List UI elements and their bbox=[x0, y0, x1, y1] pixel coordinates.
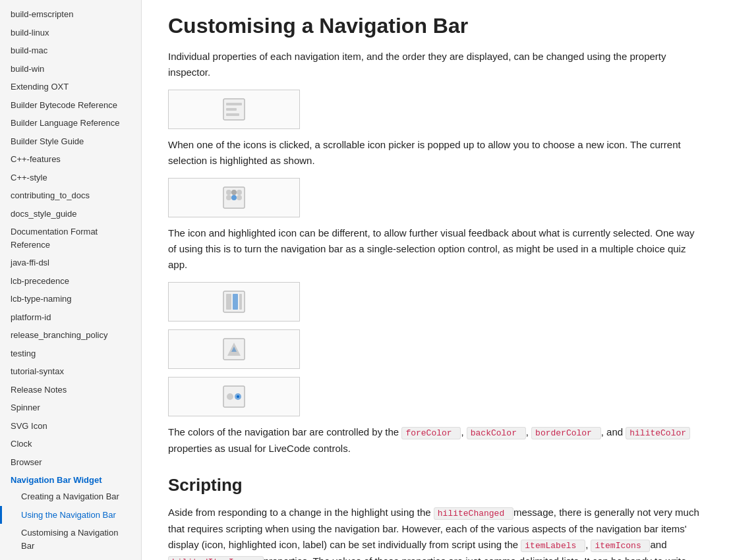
sidebar-item-platform-id[interactable]: platform-id bbox=[0, 308, 141, 327]
svg-rect-16 bbox=[223, 386, 245, 407]
intro-paragraph: Individual properties of each navigation… bbox=[168, 49, 705, 80]
and-text: , and bbox=[601, 426, 626, 437]
sidebar-item-extending-oxt[interactable]: Extending OXT bbox=[0, 78, 141, 96]
sidebar-item-build-linux[interactable]: build-linux bbox=[0, 24, 141, 42]
scripting-text1: Aside from responding to a change in the… bbox=[168, 507, 431, 518]
hilitechanged-code: hiliteChanged bbox=[434, 507, 513, 520]
svg-point-6 bbox=[231, 190, 237, 195]
scripting-title: Scripting bbox=[168, 475, 705, 495]
image-icon-picker bbox=[168, 178, 300, 217]
page-title: Customising a Navigation Bar bbox=[168, 13, 705, 38]
sidebar-section-header-nav-bar[interactable]: Navigation Bar Widget bbox=[0, 471, 141, 488]
bordercolor-code: borderColor bbox=[531, 427, 601, 439]
svg-point-10 bbox=[237, 195, 242, 200]
sidebar-item-builder-bytecode[interactable]: Builder Bytecode Reference bbox=[0, 96, 141, 115]
sidebar-item-cpp-style[interactable]: C++-style bbox=[0, 169, 141, 187]
sidebar-item-doc-format-ref[interactable]: Documentation Format Reference bbox=[0, 223, 141, 254]
sidebar-item-docs-style-guide[interactable]: docs_style_guide bbox=[0, 205, 141, 223]
forecolor-code: foreColor bbox=[401, 427, 461, 439]
sidebar-item-cpp-features[interactable]: C++-features bbox=[0, 150, 141, 169]
sidebar: build-emscripten build-linux build-mac b… bbox=[0, 0, 142, 560]
main-content: Customising a Navigation Bar Individual … bbox=[142, 0, 731, 560]
svg-rect-13 bbox=[233, 294, 238, 310]
svg-rect-1 bbox=[226, 103, 242, 105]
svg-point-8 bbox=[226, 195, 231, 200]
comma2: , bbox=[526, 426, 531, 437]
sidebar-item-testing[interactable]: testing bbox=[0, 345, 141, 363]
para1: When one of the icons is clicked, a scro… bbox=[168, 137, 705, 169]
svg-rect-2 bbox=[226, 108, 237, 111]
backcolor-code: backColor bbox=[467, 427, 526, 439]
itemlabels-code: itemLabels bbox=[521, 540, 585, 552]
image-highlight bbox=[168, 329, 300, 369]
sidebar-item-tutorial-syntax[interactable]: tutorial-syntax bbox=[0, 362, 141, 381]
svg-point-17 bbox=[227, 393, 233, 400]
svg-point-9 bbox=[231, 195, 237, 200]
sidebar-subitem-creating-nav-bar[interactable]: Creating a Navigation Bar bbox=[0, 488, 141, 506]
sidebar-item-release-notes[interactable]: Release Notes bbox=[0, 381, 141, 399]
svg-rect-14 bbox=[239, 294, 242, 310]
image-visual-feedback bbox=[168, 282, 300, 322]
colors-paragraph: The colors of the navigation bar are con… bbox=[168, 424, 705, 457]
itemicons-code: itemIcons bbox=[591, 540, 650, 552]
sidebar-item-build-mac[interactable]: build-mac bbox=[0, 42, 141, 60]
hiliteditemicons-code: hilitedItemIcons bbox=[168, 556, 264, 560]
svg-point-7 bbox=[237, 190, 242, 195]
sidebar-item-lcb-precedence[interactable]: lcb-precedence bbox=[0, 272, 141, 291]
scripting-paragraph: Aside from responding to a change in the… bbox=[168, 505, 705, 560]
colors-text: The colors of the navigation bar are con… bbox=[168, 426, 399, 437]
sidebar-item-builder-language[interactable]: Builder Language Reference bbox=[0, 114, 141, 132]
svg-rect-12 bbox=[226, 294, 231, 310]
sidebar-item-contributing-docs[interactable]: contributing_to_docs bbox=[0, 186, 141, 205]
comma1: , bbox=[461, 426, 466, 437]
sidebar-item-build-emscripten[interactable]: build-emscripten bbox=[0, 5, 141, 24]
image-selection bbox=[168, 377, 300, 416]
para2: The icon and highlighted icon can be dif… bbox=[168, 225, 705, 273]
sidebar-item-svg-icon[interactable]: SVG Icon bbox=[0, 417, 141, 435]
svg-rect-3 bbox=[226, 113, 239, 116]
sidebar-subitem-customising-nav-bar[interactable]: Customising a Navigation Bar bbox=[0, 524, 141, 555]
sidebar-item-java-ffi-dsl[interactable]: java-ffi-dsl bbox=[0, 254, 141, 272]
sidebar-item-clock[interactable]: Clock bbox=[0, 435, 141, 453]
hilitecolor-code: hiliteColor bbox=[626, 427, 690, 439]
sidebar-item-browser[interactable]: Browser bbox=[0, 453, 141, 472]
sidebar-item-build-win[interactable]: build-win bbox=[0, 60, 141, 78]
svg-point-19 bbox=[237, 395, 239, 398]
sidebar-item-builder-style[interactable]: Builder Style Guide bbox=[0, 132, 141, 151]
sidebar-subitem-using-nav-bar[interactable]: Using the Navigation Bar bbox=[0, 506, 141, 524]
svg-point-5 bbox=[226, 190, 231, 195]
colors-suffix: properties as usual for LiveCode control… bbox=[168, 443, 351, 454]
sidebar-item-release-branching[interactable]: release_branching_policy bbox=[0, 326, 141, 345]
image-property-inspector bbox=[168, 90, 300, 129]
sidebar-item-spinner[interactable]: Spinner bbox=[0, 399, 141, 417]
sidebar-item-lcb-type-naming[interactable]: lcb-type-naming bbox=[0, 290, 141, 308]
